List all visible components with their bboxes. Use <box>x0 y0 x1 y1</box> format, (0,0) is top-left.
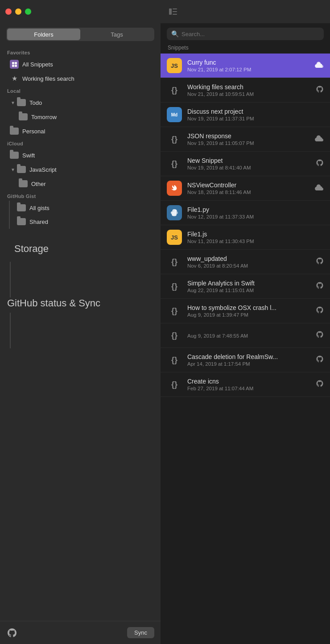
shared-label: Shared <box>29 219 48 225</box>
search-input[interactable] <box>182 31 319 37</box>
snippet-date: Nov 19, 2019 at 8:41:40 AM <box>187 165 312 170</box>
snippet-item[interactable]: {} Simple Analytics in Swift Aug 22, 201… <box>161 274 330 299</box>
snippet-item[interactable]: {} Cascade deletion for RealmSw... Apr 1… <box>161 348 330 372</box>
github-badge <box>316 330 324 340</box>
generic-icon: {} <box>167 83 182 98</box>
svg-rect-0 <box>169 8 172 15</box>
snippet-date: Nov 21, 2019 at 2:07:12 PM <box>187 67 311 72</box>
snippet-item[interactable]: NSViewController Nov 18, 2019 at 8:11:46… <box>161 176 330 201</box>
snippet-info: Simple Analytics in Swift Aug 22, 2019 a… <box>187 280 312 293</box>
github-gist-header: GitHub Gist <box>0 191 161 201</box>
bottom-bar: Sync <box>0 621 161 644</box>
github-badge <box>316 355 324 365</box>
svg-rect-7 <box>15 65 17 67</box>
snippet-title: www_updated <box>187 255 312 262</box>
snippet-title: Simple Analytics in Swift <box>187 280 312 287</box>
snippet-item[interactable]: File1.py Nov 12, 2019 at 11:37:33 AM <box>161 201 330 225</box>
snippet-date: Nov 12, 2019 at 11:37:33 AM <box>187 214 324 219</box>
snippet-info: Curry func Nov 21, 2019 at 2:07:12 PM <box>187 59 311 72</box>
snippet-title: Discuss next project <box>187 108 324 115</box>
snippet-info: Discuss next project Nov 19, 2019 at 11:… <box>187 108 324 121</box>
snippet-item[interactable]: {} New Snippet Nov 19, 2019 at 8:41:40 A… <box>161 152 330 176</box>
javascript-disclosure-icon: ▼ <box>10 166 16 173</box>
snippet-title: File1.py <box>187 206 324 213</box>
snippet-item[interactable]: {} Create icns Feb 27, 2019 at 11:07:44 … <box>161 372 330 397</box>
snippet-title: Create icns <box>187 378 312 385</box>
sync-button[interactable]: Sync <box>127 627 154 638</box>
snippet-date: Apr 14, 2019 at 1:17:54 PM <box>187 361 312 367</box>
todo-disclosure-icon: ▼ <box>10 99 16 106</box>
working-files-label: Working files search <box>22 75 74 82</box>
close-button[interactable] <box>5 8 12 15</box>
search-icon: 🔍 <box>171 30 179 37</box>
all-gists-label: All gists <box>29 205 50 211</box>
folder-icon-tomorrow <box>19 112 28 121</box>
all-snippets-label: All Snippets <box>22 61 53 68</box>
snippet-title: New Snippet <box>187 157 312 164</box>
github-badge <box>316 257 324 267</box>
generic-icon: {} <box>167 156 182 171</box>
segment-control: Folders Tags <box>6 28 154 41</box>
minimize-button[interactable] <box>15 8 21 15</box>
sidebar-item-tomorrow[interactable]: Tomorrow <box>3 110 158 124</box>
snippet-info: Aug 9, 2019 at 7:48:55 AM <box>187 332 312 339</box>
title-bar <box>0 0 330 23</box>
sidebar-item-javascript[interactable]: ▼ JavaScript <box>3 163 158 176</box>
snippet-date: Aug 9, 2019 at 7:48:55 AM <box>187 333 312 339</box>
snippet-title: NSViewController <box>187 182 311 189</box>
snippet-info: Create icns Feb 27, 2019 at 11:07:44 AM <box>187 378 312 391</box>
snippet-date: Nov 6, 2019 at 8:20:54 AM <box>187 263 312 268</box>
sidebar-item-personal[interactable]: Personal <box>3 124 158 138</box>
snippet-title: Cascade deletion for RealmSw... <box>187 353 312 360</box>
personal-label: Personal <box>22 128 45 135</box>
search-input-wrap: 🔍 <box>167 28 324 40</box>
sidebar-item-working-files[interactable]: ★ Working files search <box>3 72 158 85</box>
snippet-item[interactable]: JS Curry func Nov 21, 2019 at 2:07:12 PM <box>161 54 330 78</box>
folders-tab[interactable]: Folders <box>7 29 80 40</box>
snippet-item[interactable]: Md Discuss next project Nov 19, 2019 at … <box>161 103 330 127</box>
folder-icon-other <box>19 179 28 188</box>
snippet-item[interactable]: {} Aug 9, 2019 at 7:48:55 AM <box>161 323 330 348</box>
local-header: Local <box>0 86 161 95</box>
sidebar-toggle-button[interactable] <box>168 6 178 17</box>
snippet-date: Nov 19, 2019 at 11:05:07 PM <box>187 140 311 146</box>
cloud-badge <box>315 135 324 143</box>
snippet-date: Feb 27, 2019 at 11:07:44 AM <box>187 386 312 391</box>
github-status-label: GitHub status & Sync <box>7 297 153 309</box>
folder-icon-javascript <box>17 165 26 174</box>
snippets-section-header: Snippets <box>161 43 330 54</box>
snippet-title: Curry func <box>187 59 311 66</box>
snippet-item[interactable]: {} www_updated Nov 6, 2019 at 8:20:54 AM <box>161 250 330 274</box>
folder-icon-personal <box>10 127 19 136</box>
generic-icon: {} <box>167 279 182 294</box>
sidebar-item-shared[interactable]: Shared <box>10 215 158 228</box>
svg-rect-5 <box>15 62 17 64</box>
maximize-button[interactable] <box>25 8 31 15</box>
generic-icon: {} <box>167 254 182 269</box>
sidebar: Folders Tags Favorites All Snippets <box>0 23 161 644</box>
swift-icon <box>167 181 182 196</box>
folder-icon-shared <box>17 217 26 226</box>
snippet-item[interactable]: {} Working files search Nov 21, 2019 at … <box>161 78 330 103</box>
sidebar-item-todo[interactable]: ▼ Todo <box>3 96 158 109</box>
snippet-list: JS Curry func Nov 21, 2019 at 2:07:12 PM… <box>161 54 330 644</box>
generic-icon: {} <box>167 377 182 392</box>
folder-icon-todo <box>17 98 26 107</box>
todo-label: Todo <box>29 99 42 106</box>
snippet-item[interactable]: {} How to symbolize OSX crash l... Aug 9… <box>161 299 330 323</box>
sidebar-item-other[interactable]: Other <box>3 177 158 190</box>
tags-tab[interactable]: Tags <box>80 29 153 40</box>
github-badge <box>316 306 324 316</box>
sidebar-item-all-gists[interactable]: All gists <box>10 201 158 215</box>
snippet-info: New Snippet Nov 19, 2019 at 8:41:40 AM <box>187 157 312 170</box>
sidebar-item-swift[interactable]: Swift <box>3 149 158 162</box>
sidebar-item-all-snippets[interactable]: All Snippets <box>3 58 158 71</box>
snippet-item[interactable]: {} JSON response Nov 19, 2019 at 11:05:0… <box>161 127 330 152</box>
github-status-icon[interactable] <box>6 627 18 639</box>
icloud-header: iCloud <box>0 138 161 148</box>
snippet-item[interactable]: JS File1.js Nov 11, 2019 at 11:30:43 PM <box>161 225 330 250</box>
generic-icon: {} <box>167 303 182 318</box>
snippet-title: File1.js <box>187 231 324 238</box>
star-icon: ★ <box>10 74 19 83</box>
svg-rect-4 <box>12 62 14 64</box>
